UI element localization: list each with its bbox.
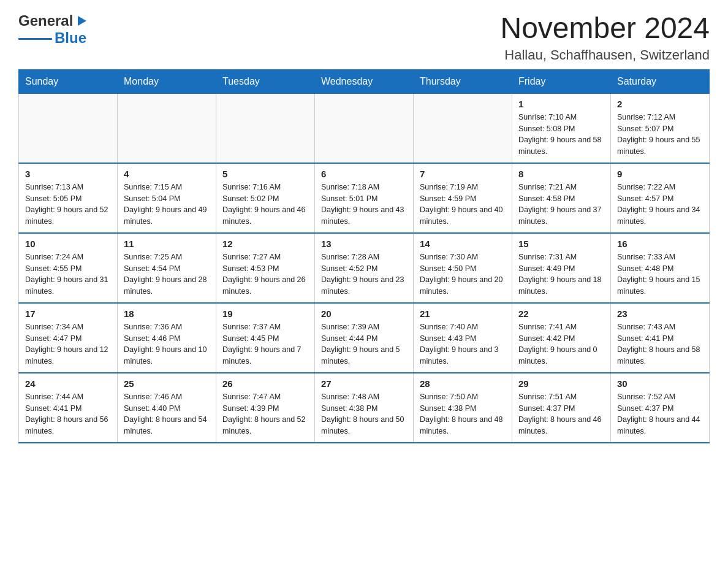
calendar-cell: 25Sunrise: 7:46 AMSunset: 4:40 PMDayligh… xyxy=(118,373,216,443)
calendar-cell: 26Sunrise: 7:47 AMSunset: 4:39 PMDayligh… xyxy=(216,373,315,443)
calendar-week-row: 10Sunrise: 7:24 AMSunset: 4:55 PMDayligh… xyxy=(19,233,710,303)
day-number: 25 xyxy=(124,378,210,389)
day-number: 22 xyxy=(518,308,604,319)
day-info: Sunrise: 7:33 AMSunset: 4:48 PMDaylight:… xyxy=(617,251,703,297)
day-number: 6 xyxy=(321,169,407,179)
calendar-cell xyxy=(414,93,512,163)
day-info: Sunrise: 7:52 AMSunset: 4:37 PMDaylight:… xyxy=(617,391,703,437)
calendar-cell: 28Sunrise: 7:50 AMSunset: 4:38 PMDayligh… xyxy=(414,373,512,443)
day-info: Sunrise: 7:39 AMSunset: 4:44 PMDaylight:… xyxy=(321,321,407,367)
calendar-table: SundayMondayTuesdayWednesdayThursdayFrid… xyxy=(18,69,710,443)
day-of-week-header: Monday xyxy=(118,69,216,93)
calendar-cell: 23Sunrise: 7:43 AMSunset: 4:41 PMDayligh… xyxy=(611,303,710,373)
day-info: Sunrise: 7:46 AMSunset: 4:40 PMDaylight:… xyxy=(124,391,210,437)
day-of-week-header: Friday xyxy=(512,69,611,93)
calendar-cell: 12Sunrise: 7:27 AMSunset: 4:53 PMDayligh… xyxy=(216,233,315,303)
calendar-cell xyxy=(315,93,414,163)
day-number: 18 xyxy=(124,308,210,319)
calendar-cell: 3Sunrise: 7:13 AMSunset: 5:05 PMDaylight… xyxy=(19,163,118,233)
calendar-cell: 6Sunrise: 7:18 AMSunset: 5:01 PMDaylight… xyxy=(315,163,414,233)
day-info: Sunrise: 7:40 AMSunset: 4:43 PMDaylight:… xyxy=(420,321,506,367)
day-info: Sunrise: 7:15 AMSunset: 5:04 PMDaylight:… xyxy=(124,182,210,228)
calendar-cell: 22Sunrise: 7:41 AMSunset: 4:42 PMDayligh… xyxy=(512,303,611,373)
calendar-cell: 19Sunrise: 7:37 AMSunset: 4:45 PMDayligh… xyxy=(216,303,315,373)
calendar-cell: 8Sunrise: 7:21 AMSunset: 4:58 PMDaylight… xyxy=(512,163,611,233)
calendar-header-row: SundayMondayTuesdayWednesdayThursdayFrid… xyxy=(19,69,710,93)
day-number: 16 xyxy=(617,239,703,249)
calendar-cell: 15Sunrise: 7:31 AMSunset: 4:49 PMDayligh… xyxy=(512,233,611,303)
day-info: Sunrise: 7:18 AMSunset: 5:01 PMDaylight:… xyxy=(321,182,407,228)
calendar-cell: 30Sunrise: 7:52 AMSunset: 4:37 PMDayligh… xyxy=(611,373,710,443)
logo-triangle-icon xyxy=(75,15,88,27)
day-info: Sunrise: 7:25 AMSunset: 4:54 PMDaylight:… xyxy=(124,251,210,297)
calendar-cell: 2Sunrise: 7:12 AMSunset: 5:07 PMDaylight… xyxy=(611,93,710,163)
day-number: 29 xyxy=(518,378,604,389)
calendar-cell: 29Sunrise: 7:51 AMSunset: 4:37 PMDayligh… xyxy=(512,373,611,443)
calendar-cell xyxy=(216,93,315,163)
day-info: Sunrise: 7:36 AMSunset: 4:46 PMDaylight:… xyxy=(124,321,210,367)
calendar-cell xyxy=(19,93,118,163)
day-number: 24 xyxy=(25,378,111,389)
logo-text-general: General xyxy=(18,12,73,29)
day-number: 30 xyxy=(617,378,703,389)
calendar-cell: 7Sunrise: 7:19 AMSunset: 4:59 PMDaylight… xyxy=(414,163,512,233)
calendar-cell: 16Sunrise: 7:33 AMSunset: 4:48 PMDayligh… xyxy=(611,233,710,303)
calendar-cell: 9Sunrise: 7:22 AMSunset: 4:57 PMDaylight… xyxy=(611,163,710,233)
day-number: 1 xyxy=(518,99,604,109)
day-info: Sunrise: 7:30 AMSunset: 4:50 PMDaylight:… xyxy=(420,251,506,297)
day-number: 13 xyxy=(321,239,407,249)
day-number: 8 xyxy=(518,169,604,179)
logo-underline xyxy=(18,38,52,40)
day-number: 12 xyxy=(222,239,308,249)
day-number: 11 xyxy=(124,239,210,249)
page-subtitle: Hallau, Schaffhausen, Switzerland xyxy=(500,47,710,63)
day-of-week-header: Tuesday xyxy=(216,69,315,93)
day-number: 4 xyxy=(124,169,210,179)
calendar-week-row: 1Sunrise: 7:10 AMSunset: 5:08 PMDaylight… xyxy=(19,93,710,163)
day-info: Sunrise: 7:22 AMSunset: 4:57 PMDaylight:… xyxy=(617,182,703,228)
day-info: Sunrise: 7:50 AMSunset: 4:38 PMDaylight:… xyxy=(420,391,506,437)
day-number: 20 xyxy=(321,308,407,319)
day-info: Sunrise: 7:27 AMSunset: 4:53 PMDaylight:… xyxy=(222,251,308,297)
day-info: Sunrise: 7:21 AMSunset: 4:58 PMDaylight:… xyxy=(518,182,604,228)
day-info: Sunrise: 7:19 AMSunset: 4:59 PMDaylight:… xyxy=(420,182,506,228)
day-info: Sunrise: 7:24 AMSunset: 4:55 PMDaylight:… xyxy=(25,251,111,297)
title-section: November 2024 Hallau, Schaffhausen, Swit… xyxy=(500,12,710,63)
svg-marker-0 xyxy=(78,16,86,26)
calendar-cell: 21Sunrise: 7:40 AMSunset: 4:43 PMDayligh… xyxy=(414,303,512,373)
day-number: 28 xyxy=(420,378,506,389)
day-info: Sunrise: 7:43 AMSunset: 4:41 PMDaylight:… xyxy=(617,321,703,367)
day-number: 3 xyxy=(25,169,111,179)
calendar-cell: 20Sunrise: 7:39 AMSunset: 4:44 PMDayligh… xyxy=(315,303,414,373)
calendar-cell: 5Sunrise: 7:16 AMSunset: 5:02 PMDaylight… xyxy=(216,163,315,233)
calendar-cell: 10Sunrise: 7:24 AMSunset: 4:55 PMDayligh… xyxy=(19,233,118,303)
day-number: 19 xyxy=(222,308,308,319)
day-info: Sunrise: 7:37 AMSunset: 4:45 PMDaylight:… xyxy=(222,321,308,367)
day-number: 15 xyxy=(518,239,604,249)
day-info: Sunrise: 7:16 AMSunset: 5:02 PMDaylight:… xyxy=(222,182,308,228)
calendar-cell: 11Sunrise: 7:25 AMSunset: 4:54 PMDayligh… xyxy=(118,233,216,303)
day-number: 27 xyxy=(321,378,407,389)
day-number: 21 xyxy=(420,308,506,319)
day-of-week-header: Sunday xyxy=(19,69,118,93)
calendar-cell: 13Sunrise: 7:28 AMSunset: 4:52 PMDayligh… xyxy=(315,233,414,303)
calendar-cell: 18Sunrise: 7:36 AMSunset: 4:46 PMDayligh… xyxy=(118,303,216,373)
day-of-week-header: Saturday xyxy=(611,69,710,93)
day-info: Sunrise: 7:13 AMSunset: 5:05 PMDaylight:… xyxy=(25,182,111,228)
page-header: General Blue November 2024 Hallau, Schaf… xyxy=(18,12,710,63)
day-info: Sunrise: 7:44 AMSunset: 4:41 PMDaylight:… xyxy=(25,391,111,437)
day-of-week-header: Thursday xyxy=(414,69,512,93)
day-info: Sunrise: 7:47 AMSunset: 4:39 PMDaylight:… xyxy=(222,391,308,437)
day-info: Sunrise: 7:51 AMSunset: 4:37 PMDaylight:… xyxy=(518,391,604,437)
logo: General Blue xyxy=(18,12,88,47)
day-number: 17 xyxy=(25,308,111,319)
page-title: November 2024 xyxy=(500,12,710,45)
day-number: 9 xyxy=(617,169,703,179)
day-number: 7 xyxy=(420,169,506,179)
day-info: Sunrise: 7:34 AMSunset: 4:47 PMDaylight:… xyxy=(25,321,111,367)
calendar-cell: 4Sunrise: 7:15 AMSunset: 5:04 PMDaylight… xyxy=(118,163,216,233)
day-number: 26 xyxy=(222,378,308,389)
calendar-week-row: 3Sunrise: 7:13 AMSunset: 5:05 PMDaylight… xyxy=(19,163,710,233)
calendar-cell: 17Sunrise: 7:34 AMSunset: 4:47 PMDayligh… xyxy=(19,303,118,373)
calendar-week-row: 24Sunrise: 7:44 AMSunset: 4:41 PMDayligh… xyxy=(19,373,710,443)
